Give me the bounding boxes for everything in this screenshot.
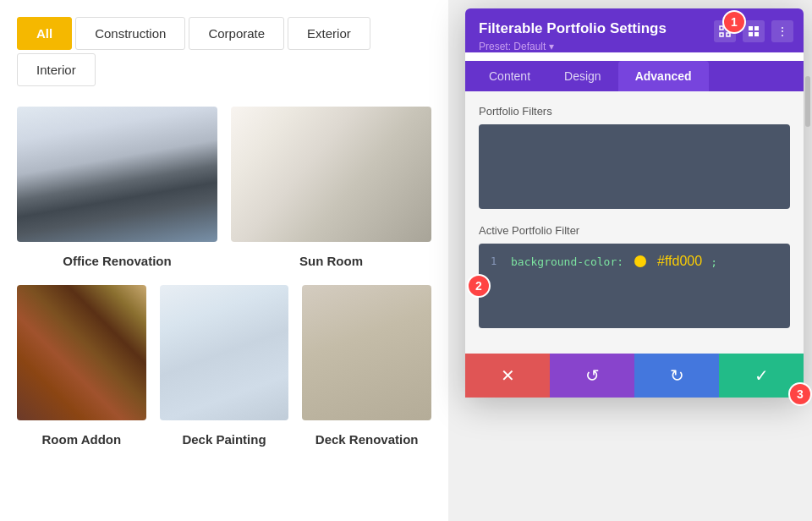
- panel-body: Portfolio Filters Active Portfolio Filte…: [465, 91, 804, 354]
- action-bar: ✕ ↺ ↻ ✓ 3: [465, 354, 804, 398]
- redo-button[interactable]: ↻: [634, 354, 719, 398]
- svg-rect-2: [720, 33, 723, 36]
- undo-button[interactable]: ↺: [550, 354, 634, 398]
- code-line-number: 1: [491, 255, 502, 267]
- active-filter-label: Active Portfolio Filter: [479, 224, 790, 237]
- list-item: Deck Painting: [160, 285, 289, 450]
- svg-rect-6: [749, 32, 753, 36]
- tab-content[interactable]: Content: [472, 61, 547, 91]
- filter-corporate[interactable]: Corporate: [189, 17, 284, 50]
- active-filter-code[interactable]: 2 1 background-color: #ffd000 ;: [479, 244, 790, 328]
- tab-design[interactable]: Design: [547, 61, 618, 91]
- portfolio-filters-input[interactable]: [479, 124, 790, 209]
- filter-interior[interactable]: Interior: [17, 53, 96, 86]
- badge-1: 1: [722, 10, 746, 34]
- portfolio-title-2: Sun Room: [231, 250, 431, 271]
- settings-panel: Filterable Portfolio Settings Preset: De…: [465, 8, 804, 398]
- scrollbar[interactable]: [805, 76, 810, 127]
- portfolio-title-4: Deck Painting: [160, 429, 289, 450]
- code-line: 1 background-color: #ffd000 ;: [491, 254, 778, 269]
- filter-bar: All Construction Corporate Exterior Inte…: [17, 17, 431, 86]
- filter-construction[interactable]: Construction: [75, 17, 185, 50]
- panel-header: Filterable Portfolio Settings Preset: De…: [465, 8, 804, 52]
- filter-all[interactable]: All: [17, 17, 72, 50]
- filter-exterior[interactable]: Exterior: [288, 17, 370, 50]
- portfolio-area: All Construction Corporate Exterior Inte…: [0, 0, 448, 521]
- list-item: Sun Room: [231, 107, 431, 271]
- code-semicolon: ;: [710, 255, 717, 268]
- panel-preset[interactable]: Preset: Default ▾: [479, 41, 790, 52]
- portfolio-filters-label: Portfolio Filters: [479, 105, 790, 118]
- portfolio-thumb-3: [17, 285, 146, 420]
- more-options-icon[interactable]: ⋮: [771, 20, 793, 42]
- fullscreen-icon[interactable]: 1: [714, 20, 736, 42]
- list-item: Office Renovation: [17, 107, 217, 271]
- badge-3: 3: [788, 382, 812, 406]
- grid-icon[interactable]: [743, 20, 765, 42]
- tab-advanced[interactable]: Advanced: [618, 61, 709, 91]
- svg-rect-3: [727, 33, 730, 36]
- list-item: Room Addon: [17, 285, 146, 450]
- svg-rect-7: [754, 32, 759, 36]
- color-swatch[interactable]: [634, 255, 646, 267]
- portfolio-grid-row2: Room Addon Deck Painting Deck Renovation: [17, 285, 431, 450]
- svg-rect-5: [754, 26, 759, 30]
- portfolio-thumb-1: [17, 107, 217, 242]
- portfolio-title-5: Deck Renovation: [302, 429, 431, 450]
- portfolio-title-1: Office Renovation: [17, 250, 217, 271]
- code-property: background-color:: [511, 255, 623, 268]
- badge-2: 2: [467, 274, 491, 298]
- list-item: Deck Renovation: [302, 285, 431, 450]
- portfolio-title-3: Room Addon: [17, 429, 146, 450]
- portfolio-grid: Office Renovation Sun Room: [17, 107, 431, 271]
- portfolio-thumb-4: [160, 285, 289, 420]
- svg-rect-4: [749, 26, 753, 30]
- portfolio-thumb-2: [231, 107, 431, 242]
- portfolio-thumb-5: [302, 285, 431, 420]
- panel-header-icons: 1 ⋮: [714, 20, 793, 42]
- panel-tabs: Content Design Advanced: [465, 61, 804, 91]
- cancel-button[interactable]: ✕: [465, 354, 550, 398]
- code-value: #ffd000: [657, 254, 702, 269]
